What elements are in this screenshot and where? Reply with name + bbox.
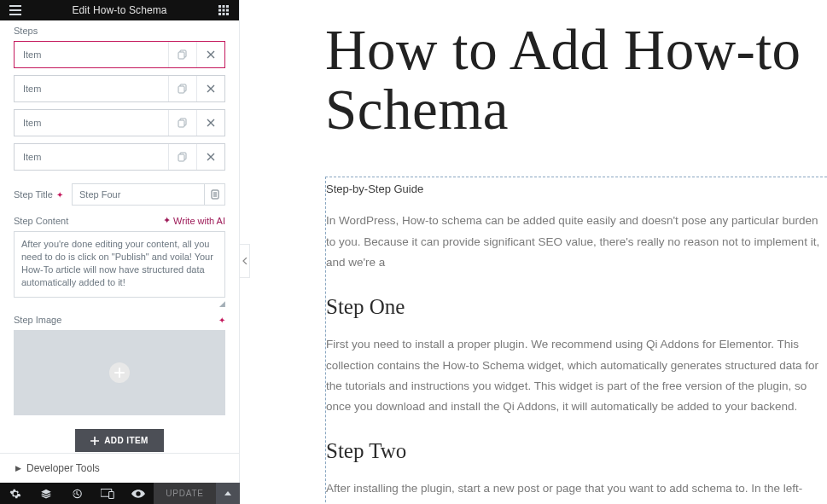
svg-rect-0 xyxy=(218,5,221,8)
repeater-item-label: Item xyxy=(15,110,168,136)
repeater-item-label: Item xyxy=(15,76,168,101)
close-icon[interactable] xyxy=(196,110,224,136)
step-content-label-row: Step Content ✦ Write with AI xyxy=(14,215,225,226)
menu-icon[interactable] xyxy=(0,5,31,15)
history-icon[interactable] xyxy=(61,483,92,504)
duplicate-icon[interactable] xyxy=(168,76,196,101)
svg-rect-4 xyxy=(223,9,225,12)
repeater-item-label: Item xyxy=(15,42,168,67)
panel-title: Edit How-to Schema xyxy=(31,4,208,16)
ai-sparkle-icon: ✦ xyxy=(163,215,171,226)
preview-icon[interactable] xyxy=(123,483,154,504)
svg-rect-16 xyxy=(178,154,184,161)
write-with-ai-button[interactable]: ✦ Write with AI xyxy=(163,215,225,226)
step-title-label: Step Title ✦ xyxy=(14,189,72,200)
step-heading: Step Two xyxy=(326,439,827,463)
step-heading: Step One xyxy=(326,295,827,319)
duplicate-icon[interactable] xyxy=(168,110,196,136)
add-item-button[interactable]: ADD ITEM xyxy=(75,429,164,452)
responsive-icon[interactable] xyxy=(92,483,123,504)
resize-handle-icon[interactable]: ◢ xyxy=(14,299,225,308)
close-icon[interactable] xyxy=(196,76,224,101)
svg-rect-14 xyxy=(178,120,184,127)
close-icon[interactable] xyxy=(196,144,224,170)
write-with-ai-label: Write with AI xyxy=(173,216,225,226)
step-body: First you need to install a proper plugi… xyxy=(326,334,827,417)
svg-rect-3 xyxy=(218,9,221,12)
plus-circle-icon xyxy=(109,362,130,383)
step-image-label: Step Image xyxy=(14,315,61,325)
step-image-label-row: Step Image ✦ xyxy=(14,315,225,325)
repeater-item[interactable]: Item xyxy=(14,41,225,68)
page-preview: How to Add How-to Schema Step-by-Step Gu… xyxy=(250,0,827,504)
step-body: After installing the plugin, start a new… xyxy=(326,478,827,504)
items-list: Item Item Item Item xyxy=(14,41,225,171)
repeater-item[interactable]: Item xyxy=(14,143,225,171)
svg-rect-7 xyxy=(223,13,225,15)
panel-collapse-handle[interactable] xyxy=(240,244,250,278)
svg-rect-8 xyxy=(226,13,229,15)
apps-grid-icon[interactable] xyxy=(208,5,239,15)
schema-subtitle: Step-by-Step Guide xyxy=(326,182,827,195)
duplicate-icon[interactable] xyxy=(168,144,196,170)
steps-label: Steps xyxy=(14,26,225,36)
step-title-input-wrap xyxy=(72,183,225,206)
repeater-item[interactable]: Item xyxy=(14,75,225,102)
ai-sparkle-icon[interactable]: ✦ xyxy=(218,316,225,325)
svg-rect-6 xyxy=(218,13,221,15)
plus-icon xyxy=(90,437,99,445)
publish-options-toggle[interactable] xyxy=(216,483,240,504)
developer-tools-toggle[interactable]: ▶ Developer Tools xyxy=(0,453,239,483)
step-content-label: Step Content xyxy=(14,216,68,226)
svg-rect-12 xyxy=(178,86,184,93)
step-title-label-text: Step Title xyxy=(14,189,53,200)
schema-intro: In WordPress, How-to schema can be added… xyxy=(326,211,827,273)
step-title-row: Step Title ✦ xyxy=(14,181,225,208)
panel-header: Edit How-to Schema xyxy=(0,0,239,20)
article-title: How to Add How-to Schema xyxy=(325,20,827,139)
howto-schema-widget[interactable]: Step-by-Step Guide In WordPress, How-to … xyxy=(325,177,827,504)
duplicate-icon[interactable] xyxy=(168,42,196,67)
image-placeholder[interactable] xyxy=(14,330,225,415)
update-button[interactable]: UPDATE xyxy=(154,483,216,504)
svg-rect-10 xyxy=(178,52,184,59)
step-title-input[interactable] xyxy=(73,184,204,205)
developer-tools-label: Developer Tools xyxy=(26,462,100,474)
svg-rect-2 xyxy=(226,5,229,8)
settings-icon[interactable] xyxy=(0,483,31,504)
chevron-right-icon: ▶ xyxy=(15,464,21,472)
bottom-bar: UPDATE xyxy=(0,483,240,504)
dynamic-tags-icon[interactable] xyxy=(204,184,224,205)
svg-rect-1 xyxy=(223,5,225,8)
add-item-label: ADD ITEM xyxy=(104,436,149,445)
close-icon[interactable] xyxy=(196,42,224,67)
repeater-item-label: Item xyxy=(15,144,168,170)
editor-panel: Edit How-to Schema Steps Item Item It xyxy=(0,0,240,504)
repeater-item[interactable]: Item xyxy=(14,109,225,136)
navigator-icon[interactable] xyxy=(31,483,61,504)
ai-sparkle-icon[interactable]: ✦ xyxy=(56,190,63,200)
svg-rect-5 xyxy=(226,9,229,12)
step-content-textarea[interactable] xyxy=(14,231,225,298)
svg-rect-19 xyxy=(109,491,114,498)
panel-content: Steps Item Item Item Item xyxy=(0,26,239,478)
